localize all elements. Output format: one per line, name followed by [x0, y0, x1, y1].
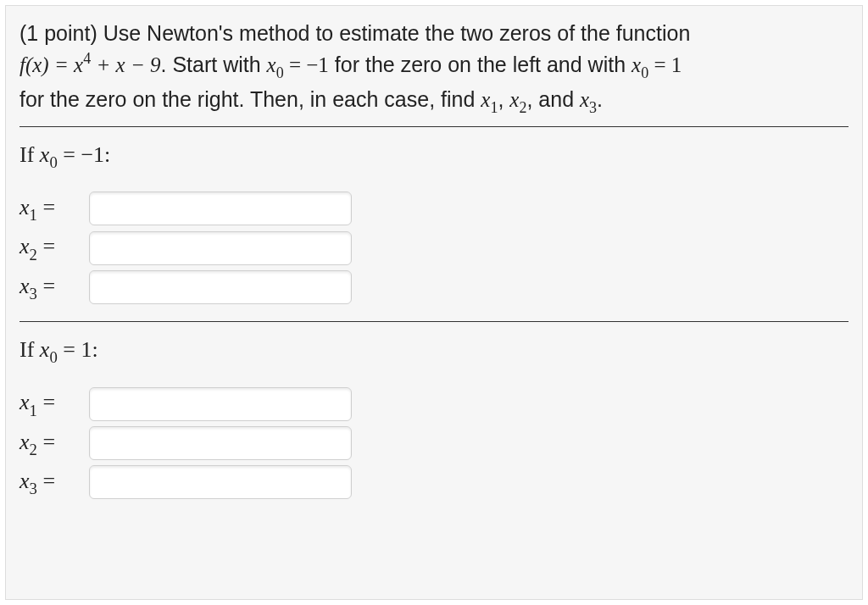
x3-var: x [580, 88, 589, 111]
x0-sub-a: 0 [276, 64, 284, 81]
row-b-x2: x2 = [19, 426, 849, 460]
x0-var-b2: x [40, 337, 50, 362]
label-a-x2-sub: 2 [30, 246, 37, 264]
fn-lhs: f(x) = x [19, 54, 83, 77]
label-b-x3-sub: 3 [30, 480, 37, 497]
label-a-x2: x2 = [19, 230, 89, 264]
start-lead: . Start with [161, 53, 267, 77]
label-a-x1-var: x [19, 195, 30, 219]
row-a-x1: x1 = [19, 191, 849, 225]
comma1: , [498, 87, 509, 111]
label-a-x3-eq: = [37, 274, 55, 298]
problem-panel: (1 point) Use Newton's method to estimat… [5, 5, 863, 600]
intro-text: Use Newton's method to estimate the two … [103, 21, 691, 45]
divider-top [19, 126, 849, 127]
x0-var-a2: x [40, 142, 50, 167]
points-label: (1 point) [19, 21, 103, 45]
label-a-x1: x1 = [19, 191, 89, 225]
x2-var: x [509, 88, 519, 111]
x0-var-b: x [632, 54, 641, 77]
period: . [597, 87, 603, 111]
label-a-x3-sub: 3 [30, 285, 37, 302]
row-b-x3: x3 = [19, 465, 849, 499]
input-b-x2[interactable] [89, 426, 352, 460]
eq-neg1: = −1 [284, 54, 329, 77]
label-b-x1-sub: 1 [30, 402, 37, 419]
row-a-x2: x2 = [19, 230, 849, 264]
problem-statement: (1 point) Use Newton's method to estimat… [19, 18, 849, 118]
eq-1: = 1 [648, 54, 682, 77]
label-b-x2-var: x [19, 430, 30, 454]
label-a-x1-sub: 1 [30, 206, 37, 224]
x0-sub-b: 0 [641, 64, 648, 81]
label-b-x1: x1 = [19, 386, 89, 420]
x1-sub: 1 [490, 99, 498, 116]
if-a: If [19, 142, 40, 167]
row-b-x1: x1 = [19, 386, 849, 420]
mid-text: for the zero on the left and with [329, 53, 632, 77]
section-a-heading: If x0 = −1: [19, 139, 849, 173]
x0-sub-b2: 0 [49, 348, 57, 366]
label-b-x1-var: x [19, 390, 30, 414]
input-a-x1[interactable] [89, 191, 352, 225]
fn-exp: 4 [83, 50, 91, 67]
if-b: If [19, 337, 40, 362]
input-b-x1[interactable] [89, 387, 352, 421]
input-a-x2[interactable] [89, 231, 352, 265]
label-b-x2: x2 = [19, 426, 89, 460]
divider-mid [19, 321, 849, 322]
label-a-x3: x3 = [19, 270, 89, 304]
fn-rhs: + x − 9 [91, 54, 160, 77]
label-a-x2-eq: = [37, 234, 55, 258]
section-b-heading: If x0 = 1: [19, 334, 849, 368]
x0-var-a: x [267, 54, 276, 77]
input-a-x3[interactable] [89, 270, 352, 304]
label-b-x3: x3 = [19, 465, 89, 499]
eq-val-a: = −1: [58, 142, 111, 167]
label-b-x2-eq: = [37, 430, 55, 454]
label-b-x3-eq: = [37, 469, 55, 493]
eq-val-b: = 1: [58, 337, 98, 362]
tail1: for the zero on the right. Then, in each… [19, 87, 481, 111]
label-b-x2-sub: 2 [30, 441, 37, 458]
label-a-x1-eq: = [37, 195, 55, 219]
x2-sub: 2 [519, 99, 526, 116]
label-a-x3-var: x [19, 274, 30, 298]
x0-sub-a2: 0 [49, 153, 57, 171]
row-a-x3: x3 = [19, 270, 849, 304]
label-b-x3-var: x [19, 469, 30, 493]
label-a-x2-var: x [19, 234, 30, 258]
and-sep: , and [526, 87, 580, 111]
x1-var: x [481, 88, 490, 111]
input-b-x3[interactable] [89, 465, 352, 499]
label-b-x1-eq: = [37, 390, 55, 414]
x3-sub: 3 [589, 99, 597, 116]
